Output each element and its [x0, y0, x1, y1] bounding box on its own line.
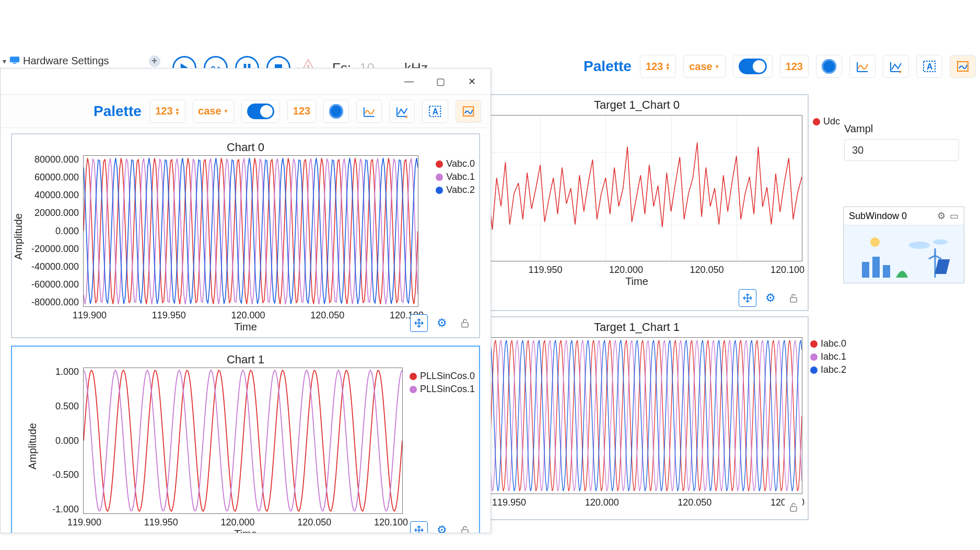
ytick: -1.000 — [38, 504, 79, 515]
legend-item[interactable]: Iabc.2 — [810, 363, 846, 376]
yaxis-title: Amplitude — [27, 423, 39, 469]
chart-xy-button[interactable]: x — [883, 55, 909, 78]
ytick: 80000.000 — [20, 154, 79, 165]
chart-target1-1[interactable]: Target 1_Chart 1 Iabc.0 Iabc.1 Iabc.2 11… — [465, 316, 809, 520]
ytick: 20000.000 — [20, 208, 79, 219]
svg-text:x: x — [405, 113, 408, 118]
xtick: 120.050 — [678, 497, 711, 508]
maximize-icon[interactable]: ▭ — [950, 210, 959, 222]
chart-canvas — [475, 338, 802, 494]
new-window-button[interactable] — [456, 100, 481, 123]
legend-dot-icon — [810, 366, 818, 374]
legend-item[interactable]: Vabc.2 — [436, 184, 475, 197]
number-display-button[interactable]: 123 — [287, 100, 316, 123]
color-indicator-button[interactable] — [323, 100, 349, 123]
chart-canvas — [475, 116, 802, 261]
number-format-button[interactable]: 123▲▼ — [640, 55, 676, 78]
subwindow-title: SubWindow 0 — [849, 211, 907, 222]
lock-icon[interactable] — [456, 521, 474, 533]
chart-1[interactable]: Chart 1 1.000 0.500 0.000 -0.500 -1.000 … — [11, 346, 480, 533]
svg-rect-22 — [790, 297, 797, 302]
xtick: 120.050 — [690, 265, 724, 276]
lock-icon[interactable] — [785, 498, 802, 516]
legend-dot-icon — [410, 386, 417, 393]
legend-item[interactable]: PLLSinCos.1 — [410, 383, 475, 396]
svg-rect-29 — [462, 530, 468, 533]
move-icon[interactable] — [410, 314, 428, 332]
add-tree-item-button[interactable]: + — [149, 55, 160, 67]
xtick: 120.100 — [771, 265, 804, 276]
gear-icon[interactable]: ⚙ — [433, 314, 451, 332]
maximize-button[interactable]: ▢ — [425, 70, 456, 93]
yaxis-title: Amplitude — [13, 213, 25, 260]
case-button[interactable]: case▼ — [683, 55, 725, 78]
xtick: 120.050 — [310, 310, 344, 321]
chart-title: Target 1_Chart 1 — [466, 317, 808, 335]
case-button[interactable]: case▼ — [193, 100, 234, 123]
legend-item[interactable]: Vabc.0 — [436, 157, 475, 170]
window-titlebar[interactable]: — ▢ ✕ — [1, 68, 491, 95]
close-button[interactable]: ✕ — [456, 70, 487, 93]
chart-0[interactable]: Chart 0 80000.000 60000.000 40000.000 20… — [11, 133, 480, 338]
legend-dot-icon — [436, 174, 443, 181]
chart-line-button[interactable] — [356, 100, 382, 123]
legend-item[interactable]: Vabc.1 — [436, 170, 475, 184]
vampl-label: Vampl — [844, 123, 959, 135]
svg-rect-19 — [862, 262, 869, 278]
ytick: 40000.000 — [20, 190, 79, 201]
subwindow-card[interactable]: SubWindow 0 ⚙ ▭ — [843, 207, 964, 283]
gear-icon[interactable]: ⚙ — [433, 521, 451, 533]
xtick: 120.100 — [374, 517, 408, 528]
number-display-button[interactable]: 123 — [780, 55, 809, 78]
chart-xy-button[interactable]: x — [389, 100, 415, 123]
xtick: 119.950 — [152, 310, 186, 321]
inputs-panel: Vampl — [844, 123, 959, 161]
auto-toggle[interactable] — [733, 55, 773, 78]
lock-icon[interactable] — [785, 289, 802, 307]
minimize-button[interactable]: — — [393, 70, 425, 93]
chart-canvas — [84, 156, 418, 306]
tree-item-label: Hardware Settings — [23, 55, 109, 67]
xtick: 119.900 — [73, 310, 107, 321]
color-indicator-button[interactable] — [816, 55, 842, 78]
legend-dot-icon — [810, 353, 818, 361]
legend-dot-icon — [436, 187, 443, 194]
new-window-button[interactable] — [950, 55, 976, 78]
chart-title: Chart 0 — [15, 138, 476, 155]
lock-icon[interactable] — [456, 314, 474, 332]
xtick: 120.000 — [220, 517, 254, 528]
svg-rect-23 — [790, 507, 797, 511]
chart-canvas — [84, 368, 402, 513]
legend-item[interactable]: Iabc.1 — [810, 350, 846, 363]
auto-toggle[interactable] — [241, 100, 281, 123]
svg-rect-20 — [872, 257, 880, 278]
vampl-input[interactable] — [844, 139, 959, 161]
svg-rect-28 — [462, 323, 468, 327]
move-icon[interactable] — [739, 289, 756, 307]
chart-line-button[interactable] — [849, 55, 876, 78]
tree-caret-icon[interactable]: ▾ — [3, 57, 6, 65]
chart-target1-0[interactable]: Target 1_Chart 0 Udc 00 119.950 120.000 … — [465, 94, 809, 311]
palette-bar-popup: Palette 123▲▼ case▼ 123 x A — [1, 95, 491, 128]
move-icon[interactable] — [410, 521, 428, 533]
gear-icon[interactable]: ⚙ — [937, 210, 946, 222]
text-label-button[interactable]: A — [422, 100, 448, 123]
ytick: -20000.000 — [20, 244, 79, 255]
palette-label: Palette — [94, 103, 142, 120]
ytick: -0.500 — [38, 469, 79, 480]
monitor-icon — [9, 55, 20, 67]
number-format-button[interactable]: 123▲▼ — [150, 100, 185, 123]
legend-item[interactable]: Iabc.0 — [810, 337, 846, 350]
ytick: 60000.000 — [20, 172, 79, 183]
xtick: 120.000 — [609, 265, 643, 276]
palette-bar-main: Palette 123▲▼ case▼ 123 x A — [584, 55, 976, 78]
gear-icon[interactable]: ⚙ — [762, 289, 779, 307]
xtick: 120.000 — [231, 310, 265, 321]
text-label-button[interactable]: A — [916, 55, 942, 78]
tree-hardware-row[interactable]: ▾ Hardware Settings + — [3, 55, 160, 67]
xtick: 119.950 — [492, 497, 526, 508]
svg-rect-0 — [10, 56, 19, 62]
legend-item[interactable]: Udc — [813, 115, 840, 128]
legend-item[interactable]: PLLSinCos.0 — [410, 370, 475, 383]
ytick: 1.000 — [38, 366, 79, 377]
